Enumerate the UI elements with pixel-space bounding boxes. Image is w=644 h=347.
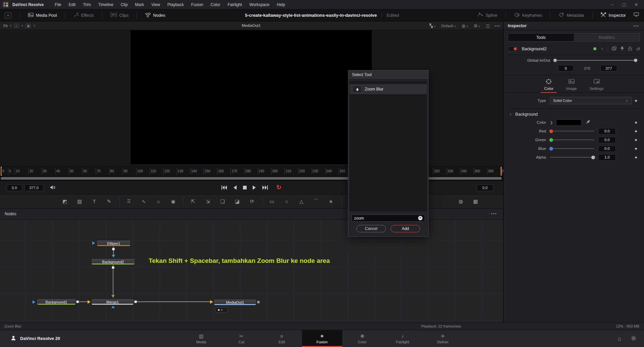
inspector-tab-settings[interactable]: Settings bbox=[588, 78, 606, 93]
viewer-zoom-select[interactable]: Fit bbox=[3, 24, 7, 28]
tab-tools[interactable]: Tools bbox=[508, 34, 574, 41]
transform-tool[interactable]: ⟳ bbox=[247, 197, 257, 206]
corner-positioner-tool[interactable]: ⇱ bbox=[188, 197, 198, 206]
page-tab-color[interactable]: ❋Color bbox=[342, 330, 383, 347]
gamut-icon[interactable]: ◍∨ bbox=[462, 23, 469, 28]
layer-tool[interactable]: ❏ bbox=[217, 197, 228, 206]
node-color-dot[interactable] bbox=[593, 47, 596, 50]
close-icon[interactable]: ✕ bbox=[635, 2, 638, 7]
panel-effects[interactable]: Effects bbox=[69, 9, 99, 21]
global-in-field[interactable]: 0 bbox=[558, 65, 574, 71]
node-enable-toggle[interactable] bbox=[508, 46, 518, 51]
shape-3d-tool[interactable]: ◍ bbox=[456, 197, 466, 206]
menu-clip[interactable]: Clip bbox=[117, 0, 132, 9]
settings-gear-icon[interactable] bbox=[631, 335, 637, 343]
global-in-out-slider[interactable] bbox=[554, 60, 637, 61]
menu-help[interactable]: Help bbox=[273, 0, 289, 9]
page-tab-fusion[interactable]: ✶Fusion bbox=[302, 330, 342, 347]
stop-button[interactable] bbox=[243, 185, 247, 190]
background-tool[interactable]: ◩ bbox=[60, 197, 70, 206]
play-button[interactable] bbox=[252, 185, 256, 190]
slider-handle[interactable] bbox=[549, 147, 553, 151]
viewer-time-field[interactable]: 0.0 bbox=[477, 184, 493, 191]
channel-value-field[interactable]: 0.0 bbox=[598, 137, 616, 143]
split-view-icon[interactable]: ◫ bbox=[486, 23, 490, 28]
fastnoise-tool[interactable]: ▨ bbox=[75, 197, 85, 206]
channel-value-field[interactable]: 0.0 bbox=[598, 128, 616, 134]
slider-handle[interactable] bbox=[549, 138, 553, 142]
polygon-mask-tool[interactable]: △ bbox=[296, 197, 306, 206]
channel-slider[interactable] bbox=[550, 131, 594, 131]
channel-value-field[interactable]: 1.0 bbox=[598, 154, 616, 161]
channel-select-icon[interactable]: A bbox=[14, 24, 19, 28]
node-background1[interactable]: Background1 bbox=[37, 299, 76, 305]
go-to-start-button[interactable] bbox=[221, 185, 227, 190]
planar-tracker-tool[interactable]: ⇲ bbox=[203, 197, 213, 206]
global-in-handle[interactable] bbox=[553, 59, 557, 62]
tab-modifiers[interactable]: Modifiers bbox=[574, 34, 640, 41]
maximize-icon[interactable]: ▢ bbox=[622, 2, 626, 7]
app-name[interactable]: DaVinci Resolve bbox=[12, 2, 44, 7]
menu-file[interactable]: File bbox=[51, 0, 65, 9]
add-button[interactable]: Add bbox=[391, 225, 420, 232]
slider-handle[interactable] bbox=[549, 129, 553, 133]
panel-media-pool[interactable]: Media Pool bbox=[23, 9, 62, 21]
delta-keyer-tool[interactable]: ◪ bbox=[232, 197, 242, 206]
menu-edit[interactable]: Edit bbox=[65, 0, 80, 9]
viewer-canvas[interactable] bbox=[131, 30, 372, 164]
project-manager-icon[interactable]: ⌂ bbox=[618, 336, 621, 342]
chevron-down-icon[interactable]: ∨ bbox=[601, 47, 603, 50]
page-tab-media[interactable]: ▥Media bbox=[181, 330, 221, 347]
keyframe-diamond-icon[interactable]: ◆ bbox=[632, 129, 640, 133]
eyedropper-icon[interactable] bbox=[586, 120, 590, 125]
expand-arrow-icon[interactable]: ❯ bbox=[550, 121, 553, 124]
menu-timeline[interactable]: Timeline bbox=[95, 0, 117, 9]
tool-search-input[interactable]: zoom ✕ bbox=[352, 215, 425, 222]
node-merge1[interactable]: Merge1 bbox=[91, 299, 134, 305]
keyframe-diamond-icon[interactable]: ◆ bbox=[632, 121, 640, 124]
pin-icon[interactable] bbox=[620, 46, 624, 52]
play-reverse-button[interactable] bbox=[233, 185, 237, 190]
panel-nodes[interactable]: Nodes bbox=[140, 9, 170, 21]
global-out-handle[interactable] bbox=[634, 59, 637, 62]
color-corrector-tool[interactable]: ⠿ bbox=[124, 197, 134, 206]
type-dropdown[interactable]: Solid Color∨ bbox=[550, 97, 632, 104]
renderer-3d-tool[interactable]: ▦ bbox=[470, 197, 481, 206]
cancel-button[interactable]: Cancel bbox=[356, 225, 386, 232]
menu-view[interactable]: View bbox=[148, 0, 164, 9]
keyframe-diamond-icon[interactable]: ◆ bbox=[632, 138, 640, 141]
clear-search-icon[interactable]: ✕ bbox=[418, 216, 423, 220]
collapse-ui-button[interactable]: ∨ bbox=[5, 12, 11, 18]
panel-keyframes[interactable]: Keyframes bbox=[509, 9, 547, 21]
color-swatch[interactable] bbox=[556, 119, 582, 126]
copy-settings-icon[interactable] bbox=[612, 46, 616, 52]
minimize-icon[interactable]: – bbox=[611, 2, 613, 7]
channel-slider[interactable] bbox=[550, 139, 594, 140]
text-tool[interactable]: T bbox=[89, 197, 99, 206]
brightness-contrast-tool[interactable]: ☼ bbox=[153, 197, 163, 206]
keyframe-diamond-icon[interactable]: ◆ bbox=[632, 156, 640, 159]
inspector-tab-image[interactable]: Image bbox=[564, 78, 579, 93]
nodes-options-icon[interactable]: ••• bbox=[491, 212, 497, 216]
reset-settings-icon[interactable]: ↺ bbox=[636, 46, 640, 52]
panel-inspector[interactable]: Inspector bbox=[596, 9, 631, 21]
lut-select[interactable]: Default∨ bbox=[441, 24, 457, 28]
paint-tool[interactable]: ✎ bbox=[104, 197, 114, 206]
page-tab-fairlight[interactable]: ♪Fairlight bbox=[383, 330, 423, 347]
go-to-end-button[interactable] bbox=[262, 185, 268, 190]
channel-slider[interactable] bbox=[550, 157, 594, 158]
panel-spline[interactable]: Spline bbox=[473, 9, 502, 21]
keyframe-diamond-icon[interactable]: ◆ bbox=[632, 99, 640, 102]
blur-tool[interactable]: ◉ bbox=[168, 197, 178, 206]
node-background2[interactable]: Background2 bbox=[91, 258, 135, 265]
page-tab-cut[interactable]: ✂Cut bbox=[221, 330, 262, 347]
panel-clips[interactable]: Clips bbox=[106, 9, 134, 21]
tool-result-zoom-blur[interactable]: Zoom Blur bbox=[350, 84, 427, 94]
global-out-field[interactable]: 377 bbox=[600, 65, 617, 71]
keyframe-diamond-icon[interactable]: ◆ bbox=[632, 147, 640, 150]
menu-fairlight[interactable]: Fairlight bbox=[224, 0, 246, 9]
rectangle-mask-tool[interactable]: ▭ bbox=[267, 197, 277, 206]
guides-icon[interactable]: ⊞∨ bbox=[474, 23, 481, 28]
menu-mark[interactable]: Mark bbox=[131, 0, 148, 9]
menu-workspace[interactable]: Workspace bbox=[246, 0, 273, 9]
